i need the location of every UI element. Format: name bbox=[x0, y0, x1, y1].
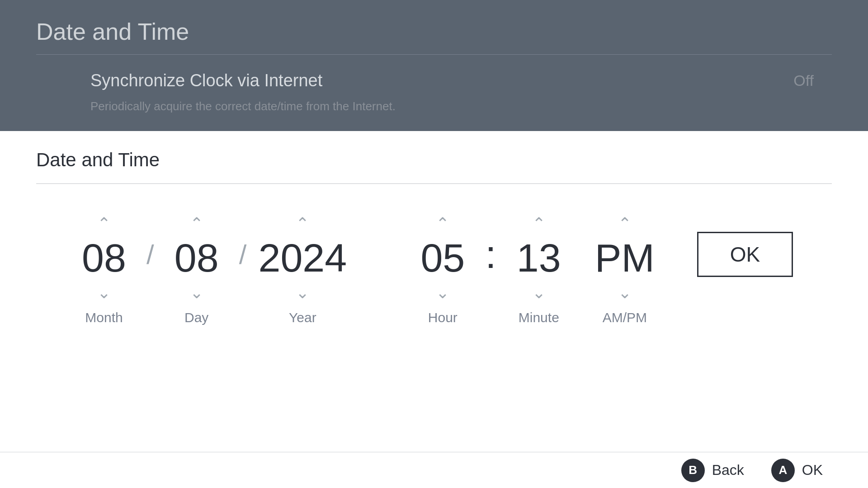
day-up-button[interactable]: ⌃ bbox=[176, 211, 217, 236]
ok-button[interactable]: OK bbox=[697, 232, 793, 277]
ampm-up-button[interactable]: ⌃ bbox=[604, 211, 645, 236]
minute-label: Minute bbox=[519, 310, 559, 325]
minute-up-button[interactable]: ⌃ bbox=[519, 211, 559, 236]
top-section: Date and Time Synchronize Clock via Inte… bbox=[0, 0, 868, 131]
year-down-button[interactable]: ⌄ bbox=[282, 280, 323, 305]
hour-down-button[interactable]: ⌄ bbox=[422, 280, 463, 305]
hour-picker: ⌃ 05 ⌄ Hour bbox=[402, 211, 483, 325]
month-picker: ⌃ 08 ⌄ Month bbox=[63, 211, 145, 325]
sync-label: Synchronize Clock via Internet bbox=[90, 71, 322, 90]
back-hint: B Back bbox=[681, 459, 744, 482]
minute-value: 13 bbox=[503, 236, 575, 280]
year-label: Year bbox=[289, 310, 316, 325]
slash-sep-2: / bbox=[237, 239, 249, 297]
ampm-value: PM bbox=[589, 236, 661, 280]
slash-sep-1: / bbox=[145, 239, 156, 297]
year-value: 2024 bbox=[248, 236, 357, 280]
month-label: Month bbox=[85, 310, 123, 325]
year-picker: ⌃ 2024 ⌄ Year bbox=[248, 211, 357, 325]
ampm-picker: ⌃ PM ⌄ AM/PM bbox=[580, 211, 670, 325]
day-label: Day bbox=[184, 310, 208, 325]
bottom-section: Date and Time ⌃ 08 ⌄ Month / ⌃ 08 ⌄ Day … bbox=[0, 131, 868, 488]
month-value: 08 bbox=[68, 236, 140, 280]
ok-nav-label: OK bbox=[802, 462, 823, 479]
picker-container: ⌃ 08 ⌄ Month / ⌃ 08 ⌄ Day / ⌃ 2024 ⌄ Yea… bbox=[36, 184, 832, 325]
bottom-title: Date and Time bbox=[36, 149, 832, 171]
ok-circle: A bbox=[771, 459, 795, 482]
sync-description: Periodically acquire the correct date/ti… bbox=[36, 99, 832, 118]
ampm-label: AM/PM bbox=[603, 310, 647, 325]
day-picker: ⌃ 08 ⌄ Day bbox=[156, 211, 237, 325]
sync-row: Synchronize Clock via Internet Off bbox=[36, 55, 832, 99]
month-up-button[interactable]: ⌃ bbox=[84, 211, 124, 236]
back-label: Back bbox=[712, 462, 744, 479]
day-value: 08 bbox=[160, 236, 233, 280]
back-circle: B bbox=[681, 459, 705, 482]
ampm-down-button[interactable]: ⌄ bbox=[604, 280, 645, 305]
top-page-title: Date and Time bbox=[36, 18, 832, 45]
hour-value: 05 bbox=[406, 236, 479, 280]
day-down-button[interactable]: ⌄ bbox=[176, 280, 217, 305]
hour-label: Hour bbox=[428, 310, 458, 325]
month-down-button[interactable]: ⌄ bbox=[84, 280, 124, 305]
sync-value: Off bbox=[793, 72, 832, 89]
minute-down-button[interactable]: ⌄ bbox=[519, 280, 559, 305]
colon-sep: : bbox=[483, 231, 498, 305]
bottom-nav-bar: B Back A OK bbox=[0, 452, 868, 488]
year-up-button[interactable]: ⌃ bbox=[282, 211, 323, 236]
hour-up-button[interactable]: ⌃ bbox=[422, 211, 463, 236]
ok-hint: A OK bbox=[771, 459, 823, 482]
minute-picker: ⌃ 13 ⌄ Minute bbox=[498, 211, 580, 325]
